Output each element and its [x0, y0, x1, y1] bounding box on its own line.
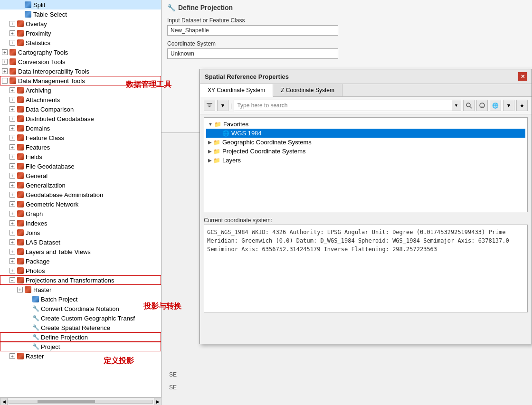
dropdown-arrow-btn[interactable]: ▼: [217, 100, 228, 111]
tree-item-indexes[interactable]: +Indexes: [0, 218, 161, 228]
left-scrollbar[interactable]: ◀ ▶: [0, 397, 162, 405]
tree-label-joins: Joins: [26, 229, 40, 236]
search-options-btn[interactable]: ...: [476, 100, 488, 111]
expand-btn-statistics[interactable]: +: [10, 40, 15, 46]
globe-btn[interactable]: 🌐: [490, 100, 501, 111]
expand-btn-indexes[interactable]: +: [10, 220, 15, 226]
tree-item-cartography-tools[interactable]: +Cartography Tools: [0, 47, 161, 57]
tree-item-geometric-network[interactable]: +Geometric Network: [0, 199, 161, 209]
tree-item-raster-sub[interactable]: +Raster: [0, 285, 161, 294]
tree-item-layers-table-views[interactable]: +Layers and Table Views: [0, 247, 161, 256]
tree-item-overlay[interactable]: +Overlay: [0, 19, 161, 28]
expand-btn-overlay[interactable]: +: [10, 21, 15, 27]
tree-label-general: General: [26, 172, 48, 179]
tree-item-project[interactable]: 🔧Project: [0, 342, 161, 351]
tree-item-statistics[interactable]: +Statistics: [0, 38, 161, 47]
expand-btn-raster-main[interactable]: +: [10, 353, 15, 359]
expand-btn-geometric-network[interactable]: +: [10, 201, 15, 207]
expand-btn-data-comparison[interactable]: +: [10, 106, 15, 112]
toolbox-tree[interactable]: SplitTable Select+Overlay+Proximity+Stat…: [0, 0, 162, 405]
wrench-icon-create-spatial-reference: 🔧: [32, 324, 39, 331]
tree-item-create-custom-geo-transf[interactable]: 🔧Create Custom Geographic Transf: [0, 313, 161, 323]
toolbox-icon-proximity: [17, 29, 24, 37]
coord-tree-item[interactable]: ▶📁Projected Coordinate Systems: [206, 147, 525, 156]
search-dropdown-button[interactable]: ▼: [452, 100, 461, 111]
tree-item-split[interactable]: Split: [0, 0, 161, 9]
tree-item-domains[interactable]: +Domains: [0, 123, 161, 133]
tree-item-graph[interactable]: +Graph: [0, 209, 161, 218]
tree-item-convert-coord-notation[interactable]: 🔧Convert Coordinate Notation: [0, 304, 161, 313]
expand-btn-generalization[interactable]: +: [10, 182, 15, 188]
expand-btn-file-geodatabase[interactable]: +: [10, 163, 15, 169]
coord-item-label: Favorites: [223, 121, 248, 128]
tree-item-fields[interactable]: +Fields: [0, 152, 161, 161]
expand-btn-data-interop-tools[interactable]: +: [2, 68, 8, 74]
coord-tree-item[interactable]: ▼📁Favorites: [206, 120, 525, 129]
coord-tree-item[interactable]: ▶📁Layers: [206, 156, 525, 165]
toolbox-icon-data-comparison: [17, 105, 24, 113]
tool-icon-table-select: [24, 10, 32, 18]
dialog-close-button[interactable]: ✕: [518, 72, 527, 81]
se-label-1: SE: [167, 370, 179, 379]
expand-btn-domains[interactable]: +: [10, 125, 15, 131]
tree-item-projections-transformations[interactable]: −Projections and Transformations: [0, 275, 161, 285]
tree-item-general[interactable]: +General: [0, 171, 161, 180]
tree-item-las-dataset[interactable]: +LAS Dataset: [0, 237, 161, 247]
tree-label-indexes: Indexes: [26, 220, 48, 227]
expand-btn-geodatabase-admin[interactable]: +: [10, 192, 15, 198]
expand-btn-attachments[interactable]: +: [10, 97, 15, 103]
expand-btn-cartography-tools[interactable]: +: [2, 49, 8, 55]
tree-item-generalization[interactable]: +Generalization: [0, 180, 161, 190]
tree-item-attachments[interactable]: +Attachments: [0, 95, 161, 104]
expand-btn-proximity[interactable]: +: [10, 30, 15, 36]
coord-tree-item[interactable]: ▶📁Geographic Coordinate Systems: [206, 138, 525, 147]
tree-item-create-spatial-reference[interactable]: 🔧Create Spatial Reference: [0, 323, 161, 332]
tree-item-features[interactable]: +Features: [0, 142, 161, 152]
tree-item-data-comparison[interactable]: +Data Comparison: [0, 104, 161, 114]
expand-btn-las-dataset[interactable]: +: [10, 239, 15, 245]
tree-item-package[interactable]: +Package: [0, 256, 161, 266]
expand-btn-feature-class[interactable]: +: [10, 135, 15, 141]
tree-item-table-select[interactable]: Table Select: [0, 9, 161, 19]
favorites-btn[interactable]: ★: [516, 100, 528, 111]
expand-btn-projections-transformations[interactable]: −: [10, 277, 15, 283]
tree-item-raster-main[interactable]: +Raster: [0, 351, 161, 361]
tree-item-proximity[interactable]: +Proximity: [0, 28, 161, 38]
expand-btn-features[interactable]: +: [10, 144, 15, 150]
scroll-left-btn[interactable]: ◀: [0, 398, 8, 405]
expand-btn-fields[interactable]: +: [10, 154, 15, 160]
tool-icon-batch-project: [32, 295, 39, 303]
tree-item-feature-class[interactable]: +Feature Class: [0, 133, 161, 142]
search-icon: [466, 102, 472, 109]
expand-btn-raster-sub[interactable]: +: [17, 287, 23, 292]
expand-btn-photos[interactable]: +: [10, 268, 15, 273]
filter-button[interactable]: [204, 100, 215, 111]
tab-z-coordinate[interactable]: Z Coordinate System: [273, 84, 342, 96]
tree-item-distributed-geodatabase[interactable]: +Distributed Geodatabase: [0, 114, 161, 123]
tree-item-geodatabase-admin[interactable]: +Geodatabase Administration: [0, 190, 161, 199]
expand-btn-layers-table-views[interactable]: +: [10, 249, 15, 254]
tree-item-photos[interactable]: +Photos: [0, 266, 161, 275]
tree-item-define-projection[interactable]: 🔧Define Projection: [0, 332, 161, 342]
search-go-btn[interactable]: [463, 100, 475, 111]
scroll-right-btn[interactable]: ▶: [154, 398, 162, 405]
expand-btn-conversion-tools[interactable]: +: [2, 59, 8, 65]
expand-btn-joins[interactable]: +: [10, 230, 15, 235]
coord-expand-icon: ▼: [208, 122, 213, 127]
expand-btn-general[interactable]: +: [10, 173, 15, 179]
expand-btn-distributed-geodatabase[interactable]: +: [10, 116, 15, 122]
expand-btn-archiving[interactable]: +: [10, 87, 15, 93]
search-input[interactable]: [234, 100, 461, 111]
expand-btn-data-mgmt-tools[interactable]: −: [2, 78, 8, 84]
tab-xy-coordinate[interactable]: XY Coordinate System: [200, 84, 273, 97]
expand-btn-graph[interactable]: +: [10, 211, 15, 217]
tree-item-joins[interactable]: +Joins: [0, 228, 161, 237]
tree-item-conversion-tools[interactable]: +Conversion Tools: [0, 57, 161, 66]
coord-tree-item[interactable]: 🌐WGS 1984: [206, 129, 525, 138]
menu-btn[interactable]: ▼: [503, 100, 514, 111]
tree-item-data-interop-tools[interactable]: +Data Interoperability Tools: [0, 66, 161, 76]
expand-btn-package[interactable]: +: [10, 258, 15, 264]
coord-system-tree[interactable]: ▼📁Favorites🌐WGS 1984▶📁Geographic Coordin…: [204, 117, 528, 212]
tree-item-batch-project[interactable]: Batch Project: [0, 294, 161, 304]
tree-item-file-geodatabase[interactable]: +File Geodatabase: [0, 161, 161, 171]
